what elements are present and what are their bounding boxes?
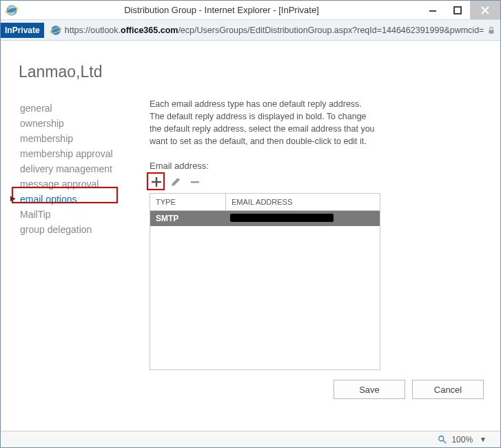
- window-title: Distribution Group - Internet Explorer -…: [23, 5, 420, 15]
- svg-point-8: [439, 436, 444, 440]
- minimize-button[interactable]: [420, 1, 445, 19]
- content-area: Lanmao,Ltd generalownershipmembershipmem…: [1, 42, 500, 427]
- sidebar-item-email-options[interactable]: email options: [19, 192, 136, 207]
- sidebar-item-message-approval[interactable]: message approval: [19, 176, 136, 192]
- url-domain: office365.com: [121, 26, 178, 35]
- description-text: Each email address type has one default …: [150, 98, 377, 148]
- window-titlebar: Distribution Group - Internet Explorer -…: [1, 1, 500, 20]
- sidebar-item-group-delegation[interactable]: group delegation: [19, 222, 136, 237]
- inprivate-badge: InPrivate: [1, 23, 44, 38]
- address-bar: InPrivate https://outlook.office365.com/…: [1, 20, 500, 41]
- email-address-label: Email address:: [150, 161, 484, 171]
- page-title: Lanmao,Ltd: [19, 63, 484, 81]
- cell-address: [226, 211, 380, 226]
- sidebar-item-general[interactable]: general: [19, 101, 136, 116]
- ie-logo-icon: [5, 3, 19, 17]
- magnifier-icon[interactable]: [438, 435, 447, 445]
- sidebar-item-delivery-management[interactable]: delivery management: [19, 161, 136, 176]
- redacted-email: [230, 214, 334, 222]
- edit-button[interactable]: [169, 175, 183, 189]
- dialog-buttons: Save Cancel: [334, 380, 484, 399]
- svg-rect-6: [489, 30, 494, 33]
- lock-icon: [487, 26, 496, 35]
- sidebar-item-membership-approval[interactable]: membership approval: [19, 146, 136, 161]
- svg-line-9: [443, 440, 446, 442]
- email-toolbar: [150, 175, 484, 189]
- email-table: TYPE EMAIL ADDRESS SMTP: [150, 193, 380, 370]
- sidebar-nav: generalownershipmembershipmembership app…: [19, 98, 136, 237]
- sidebar-item-membership[interactable]: membership: [19, 131, 136, 146]
- window-controls: [420, 1, 500, 19]
- save-button[interactable]: Save: [334, 380, 405, 399]
- status-bar: 100% ▼: [1, 431, 500, 447]
- minus-icon: [190, 176, 201, 187]
- zoom-dropdown[interactable]: ▼: [480, 436, 487, 443]
- remove-button[interactable]: [188, 175, 202, 189]
- cancel-button[interactable]: Cancel: [412, 380, 484, 399]
- table-header: TYPE EMAIL ADDRESS: [150, 194, 380, 211]
- svg-rect-2: [429, 10, 436, 12]
- close-button[interactable]: [470, 1, 500, 19]
- ie-small-icon: [50, 24, 62, 37]
- url-prefix: https://outlook.: [65, 26, 121, 35]
- pencil-icon: [170, 176, 181, 187]
- maximize-button[interactable]: [445, 1, 470, 19]
- table-row[interactable]: SMTP: [150, 211, 380, 226]
- url-field[interactable]: https://outlook.office365.com/ecp/UsersG…: [65, 26, 484, 35]
- svg-rect-3: [454, 7, 461, 14]
- sidebar-item-MailTip[interactable]: MailTip: [19, 207, 136, 222]
- main-panel: Each email address type has one default …: [136, 98, 484, 370]
- col-type[interactable]: TYPE: [150, 194, 226, 210]
- url-path: /ecp/UsersGroups/EditDistributionGroup.a…: [178, 26, 484, 35]
- sidebar-item-ownership[interactable]: ownership: [19, 116, 136, 131]
- cell-type: SMTP: [150, 211, 226, 226]
- col-address[interactable]: EMAIL ADDRESS: [226, 194, 380, 210]
- table-body: SMTP: [150, 211, 380, 369]
- svg-rect-7: [191, 181, 199, 183]
- zoom-level[interactable]: 100%: [451, 435, 473, 445]
- highlight-add-button: [147, 172, 165, 190]
